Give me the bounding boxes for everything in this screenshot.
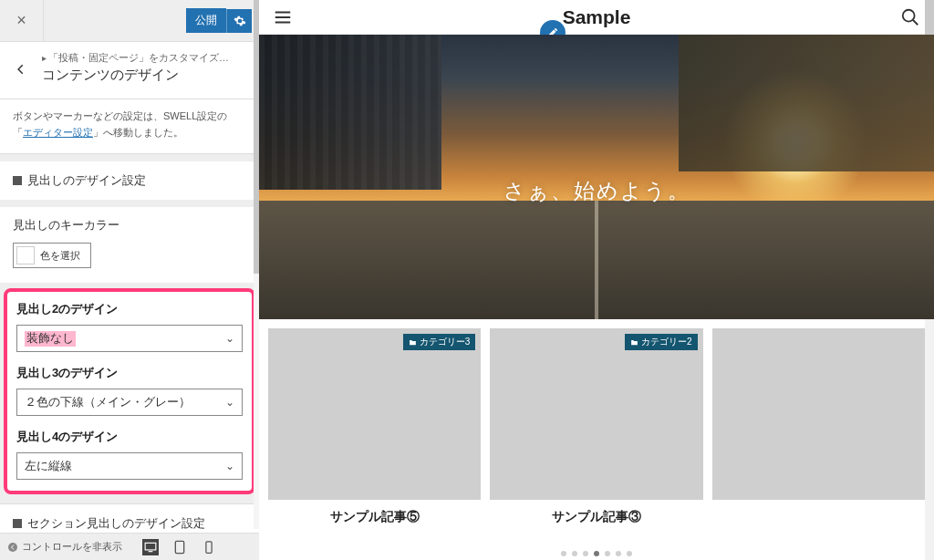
customizer-scroll[interactable]: 見出しのデザイン設定 見出しのキーカラー 色を選択 見出し2のデザイン 装飾なし…: [0, 154, 259, 533]
svg-point-0: [8, 543, 17, 552]
chevron-down-icon: ⌄: [225, 332, 234, 345]
hamburger-icon: [273, 7, 293, 27]
category-badge-label: カテゴリー3: [420, 336, 471, 348]
h4-design-value: 左に縦線: [25, 459, 72, 474]
desktop-icon: [144, 541, 157, 554]
section-heading-design-label: 見出しのデザイン設定: [27, 172, 146, 189]
chevron-left-circle-icon: [7, 542, 18, 553]
device-desktop-button[interactable]: [142, 539, 159, 555]
h2-design-select[interactable]: 装飾なし ⌄: [16, 325, 243, 352]
folder-icon: [409, 338, 417, 347]
hero-building-left: [259, 35, 441, 190]
color-swatch: [16, 246, 35, 264]
preview-search-button[interactable]: [899, 6, 921, 28]
svg-point-4: [903, 9, 915, 21]
close-customizer-button[interactable]: ×: [0, 0, 44, 42]
category-badge[interactable]: カテゴリー3: [403, 334, 476, 350]
post-thumbnail: カテゴリー3: [268, 328, 481, 500]
customizer-topbar: × 公開: [0, 0, 259, 42]
post-card[interactable]: カテゴリー2 サンプル記事③: [490, 328, 702, 525]
hide-controls-label: コントロールを非表示: [22, 540, 122, 554]
carousel-dot[interactable]: [605, 551, 610, 556]
gear-icon: [234, 15, 246, 27]
section-heading-design: 見出しのデザイン設定: [0, 161, 259, 200]
square-bullet-icon: [13, 519, 22, 528]
hide-controls-button[interactable]: コントロールを非表示: [7, 540, 122, 554]
publish-settings-button[interactable]: [226, 9, 252, 33]
breadcrumb-caret-icon: ▸: [42, 53, 47, 63]
post-thumbnail: [712, 328, 925, 500]
preview-site-title[interactable]: Sample: [563, 6, 631, 28]
carousel-dot[interactable]: [627, 551, 632, 556]
post-title: サンプル記事③: [490, 500, 702, 525]
carousel-dot[interactable]: [616, 551, 621, 556]
category-badge-label: カテゴリー2: [641, 336, 692, 348]
post-title: サンプル記事⑤: [268, 500, 481, 525]
post-grid: カテゴリー3 サンプル記事⑤ カテゴリー2 サンプル記事③: [259, 319, 934, 525]
highlighted-group: 見出し2のデザイン 装飾なし ⌄ 見出し3のデザイン ２色の下線（メイン・グレー…: [4, 288, 255, 494]
color-picker-button[interactable]: 色を選択: [13, 243, 91, 268]
chevron-down-icon: ⌄: [225, 460, 234, 472]
back-button[interactable]: [0, 51, 42, 88]
hero-text: さぁ、始めよう。: [259, 177, 934, 205]
info-note: ボタンやマーカーなどの設定は、SWELL設定の「エディター設定」へ移動しました。: [0, 99, 259, 154]
h3-design-value: ２色の下線（メイン・グレー）: [25, 395, 191, 410]
preview-header: Sample: [259, 0, 934, 35]
square-bullet-icon: [13, 176, 22, 185]
post-card[interactable]: [712, 328, 925, 525]
preview-menu-button[interactable]: [272, 6, 294, 28]
h3-design-select[interactable]: ２色の下線（メイン・グレー） ⌄: [16, 389, 243, 416]
publish-button[interactable]: 公開: [186, 8, 226, 33]
carousel-dot[interactable]: [561, 551, 566, 556]
h4-design-label: 見出し4のデザイン: [16, 429, 243, 445]
customizer-panel: × 公開 ▸「投稿・固定ページ」をカスタマイズ… コンテンツのデザイン ボタンや…: [0, 0, 259, 560]
folder-icon: [630, 338, 638, 347]
site-preview: Sample さぁ、始めよう。 カテゴリー3: [259, 0, 934, 560]
editor-settings-link[interactable]: エディター設定: [23, 127, 93, 138]
search-icon: [900, 7, 920, 27]
section-heading-section-design: セクション見出しのデザイン設定: [0, 503, 259, 533]
breadcrumb-parent: 「投稿・固定ページ」をカスタマイズ…: [48, 52, 229, 63]
post-thumbnail: カテゴリー2: [490, 328, 702, 500]
svg-rect-3: [206, 541, 212, 553]
device-mobile-button[interactable]: [201, 539, 217, 555]
post-card[interactable]: カテゴリー3 サンプル記事⑤: [268, 328, 481, 525]
svg-rect-1: [145, 543, 156, 550]
info-note-suffix: 」へ移動しました。: [93, 127, 183, 138]
color-picker-label: 色を選択: [40, 249, 80, 263]
keycolor-label: 見出しのキーカラー: [13, 218, 246, 233]
section-heading-section-design-label: セクション見出しのデザイン設定: [27, 515, 205, 532]
h3-design-label: 見出し3のデザイン: [16, 365, 243, 381]
svg-rect-2: [175, 541, 183, 553]
carousel-dot[interactable]: [594, 551, 599, 556]
h2-design-value: 装飾なし: [25, 331, 76, 347]
category-badge[interactable]: カテゴリー2: [625, 334, 698, 350]
carousel-dot[interactable]: [583, 551, 588, 556]
h4-design-select[interactable]: 左に縦線 ⌄: [16, 452, 243, 480]
mobile-icon: [204, 540, 213, 555]
h2-design-label: 見出し2のデザイン: [16, 301, 243, 317]
device-tablet-button[interactable]: [171, 539, 188, 555]
chevron-left-icon: [15, 63, 27, 76]
hero-section: さぁ、始めよう。: [259, 35, 934, 319]
carousel-dot[interactable]: [572, 551, 577, 556]
breadcrumb: ▸「投稿・固定ページ」をカスタマイズ… コンテンツのデザイン: [0, 42, 259, 99]
chevron-down-icon: ⌄: [225, 396, 234, 409]
hero-road: [259, 201, 934, 319]
customizer-footer: コントロールを非表示: [0, 533, 259, 560]
page-title: コンテンツのデザイン: [42, 67, 248, 84]
carousel-dots: [561, 551, 632, 556]
hero-building-right: [679, 35, 934, 171]
tablet-icon: [173, 540, 186, 555]
keycolor-block: 見出しのキーカラー 色を選択: [0, 207, 259, 283]
